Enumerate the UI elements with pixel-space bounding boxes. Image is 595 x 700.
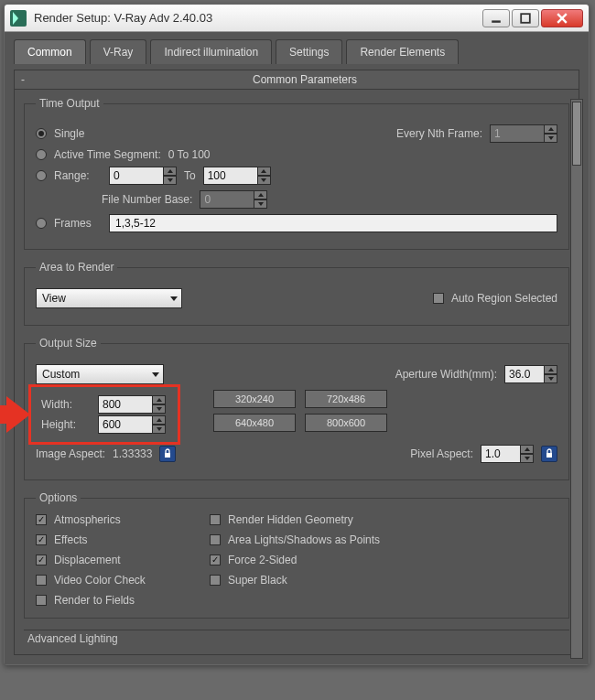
every-nth-up[interactable]	[545, 124, 557, 134]
opt-label: Render Hidden Geometry	[228, 513, 353, 526]
range-label: Range:	[54, 169, 102, 182]
chevron-down-icon	[152, 372, 159, 377]
group-area-to-render: Area to Render View Auto Region Selected	[24, 261, 569, 326]
area-dropdown-value: View	[42, 292, 66, 305]
legend-time-output: Time Output	[36, 97, 103, 110]
scrollbar[interactable]	[570, 99, 583, 659]
width-down[interactable]	[153, 404, 166, 414]
width-up[interactable]	[153, 395, 166, 404]
checkbox-auto-region[interactable]	[433, 293, 444, 304]
height-up[interactable]	[153, 415, 166, 425]
opt-label: Render to Fields	[54, 594, 135, 607]
tab-vray[interactable]: V-Ray	[90, 39, 147, 64]
scrollbar-thumb[interactable]	[572, 102, 581, 166]
window-title: Render Setup: V-Ray Adv 2.40.03	[34, 11, 482, 25]
opt-label: Force 2-Sided	[228, 554, 297, 566]
file-number-base-label: File Number Base:	[102, 193, 192, 206]
area-dropdown[interactable]: View	[36, 288, 182, 308]
height-down[interactable]	[153, 425, 166, 434]
range-from-down[interactable]	[164, 176, 177, 185]
pixel-aspect-input[interactable]	[481, 445, 521, 463]
output-preset-dropdown[interactable]: Custom	[36, 364, 164, 384]
checkbox-video-color[interactable]	[36, 575, 47, 586]
opt-label: Displacement	[54, 554, 121, 566]
opt-label: Super Black	[228, 574, 287, 587]
image-aspect-label: Image Aspect:	[36, 447, 105, 460]
radio-range[interactable]	[36, 170, 47, 181]
radio-single-label: Single	[54, 127, 84, 140]
svg-rect-1	[521, 14, 530, 23]
tab-common[interactable]: Common	[14, 39, 86, 64]
preset-800x600[interactable]: 800x600	[305, 414, 387, 432]
rollup-advanced-lighting-header[interactable]: Advanced Lighting	[24, 630, 569, 647]
opt-label: Effects	[54, 533, 87, 546]
checkbox-area-lights[interactable]	[210, 534, 221, 545]
checkbox-hidden-geo[interactable]	[210, 514, 221, 525]
rollup-common-parameters-header[interactable]: - Common Parameters	[14, 70, 579, 90]
range-to-down[interactable]	[258, 176, 271, 185]
range-from-input[interactable]	[109, 167, 164, 185]
pixel-aspect-up[interactable]	[521, 445, 534, 454]
every-nth-label: Every Nth Frame:	[396, 127, 482, 140]
opt-label: Area Lights/Shadows as Points	[228, 533, 380, 546]
tab-bar: Common V-Ray Indirect illumination Setti…	[5, 32, 589, 64]
tab-render-elems[interactable]: Render Elements	[346, 39, 459, 64]
pixel-aspect-lock-icon[interactable]	[541, 446, 557, 462]
annotation-arrow	[0, 396, 32, 433]
rollup-collapse-icon[interactable]: -	[15, 73, 31, 86]
app-icon	[10, 10, 27, 27]
radio-single[interactable]	[36, 128, 47, 139]
every-nth-down[interactable]	[545, 134, 557, 143]
image-aspect-lock-icon[interactable]	[159, 446, 176, 462]
aperture-label: Aperture Width(mm):	[395, 368, 497, 381]
render-setup-window: Render Setup: V-Ray Adv 2.40.03 Common V…	[4, 4, 590, 665]
legend-options: Options	[36, 491, 81, 504]
pixel-aspect-label: Pixel Aspect:	[410, 447, 473, 460]
file-number-base-input	[200, 190, 254, 209]
range-to-input[interactable]	[203, 167, 258, 185]
checkbox-displacement[interactable]	[36, 555, 47, 565]
image-aspect-value: 1.33333	[113, 447, 152, 460]
checkbox-render-fields[interactable]	[36, 595, 47, 606]
preset-640x480[interactable]: 640x480	[213, 414, 296, 432]
close-button[interactable]	[541, 9, 583, 27]
output-preset-value: Custom	[42, 368, 80, 381]
auto-region-label: Auto Region Selected	[451, 292, 557, 305]
opt-label: Atmospherics	[54, 513, 121, 526]
group-options: Options Atmospherics Render Hidden Geome…	[24, 491, 569, 619]
maximize-button[interactable]	[512, 9, 539, 27]
pixel-aspect-down[interactable]	[521, 454, 534, 463]
checkbox-force-2sided[interactable]	[210, 555, 221, 565]
file-num-up[interactable]	[254, 190, 267, 199]
radio-frames[interactable]	[36, 218, 47, 229]
minimize-button[interactable]	[482, 9, 510, 27]
height-label: Height:	[41, 418, 91, 431]
radio-active-time[interactable]	[36, 149, 47, 160]
frames-input[interactable]	[109, 214, 557, 232]
preset-720x486[interactable]: 720x486	[305, 390, 387, 408]
aperture-up[interactable]	[545, 365, 557, 374]
checkbox-atmospherics[interactable]	[36, 514, 47, 525]
checkbox-effects[interactable]	[36, 534, 47, 545]
rollup-title: Common Parameters	[31, 73, 579, 86]
range-to-up[interactable]	[258, 167, 271, 176]
file-num-down[interactable]	[254, 199, 267, 209]
preset-320x240[interactable]: 320x240	[213, 390, 296, 408]
width-input[interactable]	[98, 395, 153, 414]
legend-output-size: Output Size	[36, 337, 101, 350]
checkbox-super-black[interactable]	[210, 575, 221, 586]
group-time-output: Time Output Single Every Nth Frame: Acti…	[24, 97, 569, 250]
aperture-input[interactable]	[504, 365, 545, 383]
tab-indirect[interactable]: Indirect illumination	[150, 39, 272, 64]
width-label: Width:	[41, 398, 91, 411]
aperture-down[interactable]	[545, 374, 557, 383]
titlebar[interactable]: Render Setup: V-Ray Adv 2.40.03	[5, 5, 589, 32]
range-to-label: To	[184, 169, 196, 182]
frames-label: Frames	[54, 217, 102, 230]
legend-area: Area to Render	[36, 261, 117, 274]
range-from-up[interactable]	[164, 167, 177, 176]
active-time-range: 0 To 100	[168, 148, 211, 161]
group-output-size: Output Size Custom Aperture Width(mm): W…	[24, 337, 569, 480]
tab-settings[interactable]: Settings	[276, 39, 342, 64]
height-input[interactable]	[98, 415, 153, 434]
